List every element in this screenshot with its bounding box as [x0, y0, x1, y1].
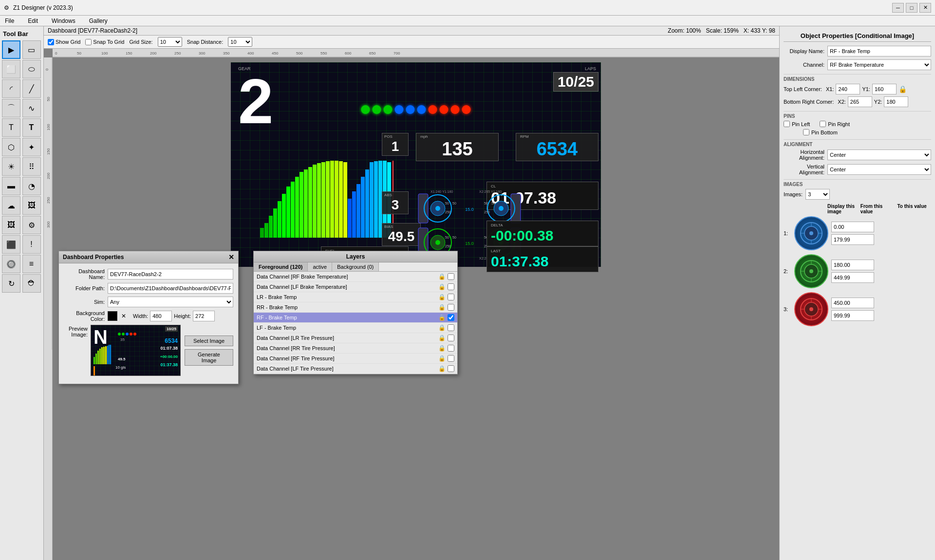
tool-panel[interactable]: ▬: [2, 177, 20, 195]
title-bar-controls[interactable]: ─ □ ✕: [892, 3, 931, 13]
layer-item[interactable]: Data Channel [LR Tire Pressure] 🔒: [254, 333, 457, 343]
layer-visible-checkbox[interactable]: [448, 324, 454, 331]
layer-visible-checkbox[interactable]: [448, 355, 454, 362]
snap-dist-select[interactable]: 10520: [228, 37, 252, 47]
tool-cloud[interactable]: ☁: [2, 196, 20, 215]
x2-input[interactable]: [848, 96, 872, 107]
image-3-from[interactable]: [831, 298, 874, 308]
dashboard-canvas[interactable]: GEAR 2 LAPS 10/25: [231, 62, 601, 267]
svg-text:50: 50: [491, 202, 495, 205]
horiz-align-select[interactable]: CenterLeftRight: [827, 149, 931, 160]
tool-colorblock[interactable]: ⬛: [2, 235, 20, 254]
layer-item[interactable]: LF - Brake Temp 🔒: [254, 323, 457, 333]
close-button[interactable]: ✕: [919, 3, 931, 13]
generate-image-button[interactable]: Generate Image: [185, 349, 233, 366]
pin-right-checkbox[interactable]: [820, 121, 826, 127]
x1-input[interactable]: [836, 84, 860, 94]
y2-input[interactable]: [884, 96, 908, 107]
maximize-button[interactable]: □: [906, 3, 917, 13]
menu-windows[interactable]: Windows: [49, 17, 78, 25]
image-1-from[interactable]: [831, 222, 874, 232]
tool-polygon[interactable]: ⬡: [2, 138, 20, 156]
tool-sun[interactable]: ☀: [2, 157, 20, 176]
tool-arc[interactable]: ◜: [2, 79, 20, 98]
layer-visible-checkbox[interactable]: [448, 345, 454, 352]
layer-item[interactable]: Data Channel [LF Brake Temperature] 🔒: [254, 282, 457, 292]
pin-left-label[interactable]: Pin Left: [784, 121, 810, 127]
select-image-button[interactable]: Select Image: [185, 336, 233, 346]
layer-item[interactable]: RF - Brake Temp 🔒: [254, 313, 457, 323]
layer-visible-checkbox[interactable]: [448, 304, 454, 311]
minimize-button[interactable]: ─: [892, 3, 904, 13]
folder-input[interactable]: [108, 283, 233, 294]
bg-color-swatch[interactable]: [108, 311, 117, 321]
layer-visible-checkbox[interactable]: [448, 294, 454, 300]
layer-item[interactable]: RR - Brake Temp 🔒: [254, 302, 457, 313]
tool-rect[interactable]: ▭: [22, 40, 41, 59]
tool-list[interactable]: ≡: [22, 255, 41, 273]
tool-select[interactable]: ▶: [2, 40, 20, 59]
snap-grid-checkbox[interactable]: [85, 39, 92, 45]
sim-select[interactable]: AnyiRacingACCrFactor2: [108, 297, 233, 307]
active-tab[interactable]: active: [308, 262, 332, 271]
display-name-input[interactable]: [827, 46, 931, 56]
dialog-titlebar[interactable]: Dashboard Properties ✕: [59, 251, 238, 263]
background-tab[interactable]: Background (0): [332, 262, 379, 271]
image-1-thumb[interactable]: [794, 216, 828, 250]
pin-bottom-checkbox[interactable]: [803, 129, 809, 135]
pin-bottom-label[interactable]: Pin Bottom: [803, 129, 838, 135]
layer-item[interactable]: LR - Brake Temp 🔒: [254, 292, 457, 302]
channel-select[interactable]: RF Brake Temperature LF Brake Temperatur…: [827, 59, 931, 70]
layer-visible-checkbox[interactable]: [448, 314, 454, 321]
tool-star[interactable]: ✦: [22, 138, 41, 156]
image-3-to[interactable]: [831, 310, 874, 321]
pin-left-checkbox[interactable]: [784, 121, 790, 127]
layer-item[interactable]: Data Channel [RF Brake Temperature] 🔒: [254, 272, 457, 282]
image-2-from[interactable]: [831, 260, 874, 270]
layer-item[interactable]: Data Channel [RF Tire Pressure] 🔒: [254, 354, 457, 364]
menu-gallery[interactable]: Gallery: [86, 17, 111, 25]
tool-bezier[interactable]: ⌒: [2, 99, 20, 117]
layer-visible-checkbox[interactable]: [448, 273, 454, 280]
height-input[interactable]: [193, 311, 215, 321]
show-grid-checkbox[interactable]: [48, 39, 54, 45]
snap-grid-label[interactable]: Snap To Grid: [85, 39, 124, 45]
width-input[interactable]: [150, 311, 172, 321]
menu-file[interactable]: File: [2, 17, 17, 25]
tool-rect2[interactable]: ⬜: [2, 60, 20, 78]
image-2-thumb[interactable]: [794, 254, 828, 288]
tool-ellipse[interactable]: ⬭: [22, 60, 41, 78]
tool-spline[interactable]: ∿: [22, 99, 41, 117]
layer-item[interactable]: Data Channel [RR Tire Pressure] 🔒: [254, 343, 457, 354]
tool-helmet[interactable]: ⛑: [22, 274, 41, 293]
layer-visible-checkbox[interactable]: [448, 335, 454, 341]
tool-refresh[interactable]: ↻: [2, 274, 20, 293]
show-grid-label[interactable]: Show Grid: [48, 39, 80, 45]
images-count-select[interactable]: 31245: [805, 189, 830, 200]
vert-align-select[interactable]: CenterTopBottom: [827, 164, 931, 175]
image-2-to[interactable]: [831, 272, 874, 283]
grid-size-select[interactable]: 10205: [158, 37, 182, 47]
dialog-close-button[interactable]: ✕: [228, 253, 234, 261]
menu-edit[interactable]: Edit: [25, 17, 41, 25]
y1-input[interactable]: [872, 84, 897, 94]
tool-cond-image[interactable]: 🖼: [2, 216, 20, 234]
tool-gear[interactable]: ⚙: [22, 216, 41, 234]
tool-text[interactable]: T: [2, 118, 20, 137]
foreground-tab[interactable]: Foreground (120): [254, 262, 308, 271]
tool-dots[interactable]: ⠿: [22, 157, 41, 176]
layer-visible-checkbox[interactable]: [448, 283, 454, 290]
tool-image[interactable]: 🖼: [22, 196, 41, 215]
layer-item[interactable]: Data Channel [LF Tire Pressure] 🔒: [254, 364, 457, 374]
tool-shift[interactable]: 🔘: [2, 255, 20, 273]
image-3-thumb[interactable]: [794, 292, 828, 326]
tool-line[interactable]: ╱: [22, 79, 41, 98]
tool-text2[interactable]: T: [22, 118, 41, 137]
pin-right-label[interactable]: Pin Right: [820, 121, 850, 127]
layer-visible-checkbox[interactable]: [448, 365, 454, 372]
tool-warning[interactable]: !: [22, 235, 41, 254]
tool-clock[interactable]: ◔: [22, 177, 41, 195]
image-1-to[interactable]: [831, 234, 874, 245]
dash-name-input[interactable]: [108, 269, 233, 280]
color-clear-button[interactable]: ✕: [121, 313, 126, 319]
